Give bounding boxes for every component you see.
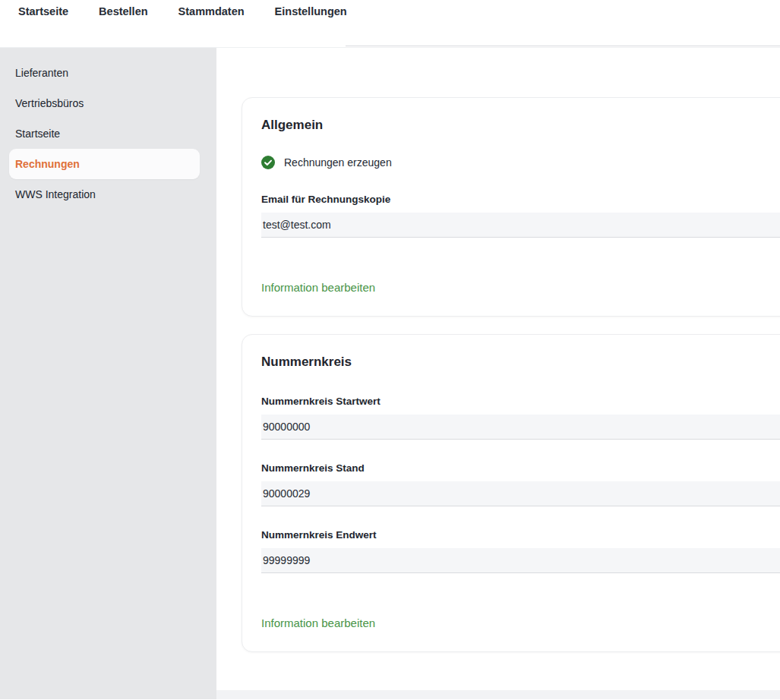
sidebar-item-rechnungen[interactable]: Rechnungen xyxy=(9,149,200,179)
sidebar-item-startseite[interactable]: Startseite xyxy=(9,118,200,149)
nummernkreis-edit-information-link[interactable]: Information bearbeiten xyxy=(261,616,375,629)
nav-item-startseite[interactable]: Startseite xyxy=(18,5,68,18)
allgemein-card-title: Allgemein xyxy=(261,118,780,133)
sidebar-item-vertriebsbueros[interactable]: Vertriebsbüros xyxy=(9,88,200,118)
content-header-divider xyxy=(346,46,780,46)
top-navigation: Startseite Bestellen Stammdaten Einstell… xyxy=(0,0,780,48)
email-field-group: Email für Rechnungskopie xyxy=(261,194,780,238)
settings-sidebar: Lieferanten Vertriebsbüros Startseite Re… xyxy=(0,48,216,699)
nummernkreis-endwert-label: Nummernkreis Endwert xyxy=(261,529,780,541)
email-field-label: Email für Rechnungskopie xyxy=(261,194,780,205)
page-layout: Lieferanten Vertriebsbüros Startseite Re… xyxy=(0,48,780,699)
bottom-status-strip xyxy=(216,690,780,699)
nummernkreis-startwert-field[interactable] xyxy=(261,415,780,440)
nummernkreis-stand-label: Nummernkreis Stand xyxy=(261,462,780,474)
nummernkreis-stand-group: Nummernkreis Stand xyxy=(261,462,780,506)
nummernkreis-card-title: Nummernkreis xyxy=(261,355,780,370)
nummernkreis-startwert-label: Nummernkreis Startwert xyxy=(261,396,780,407)
sidebar-item-lieferanten[interactable]: Lieferanten xyxy=(9,58,200,88)
nummernkreis-card: Nummernkreis Nummernkreis Startwert Numm… xyxy=(242,334,780,652)
nummernkreis-startwert-group: Nummernkreis Startwert xyxy=(261,396,780,440)
rechnungen-erzeugen-label: Rechnungen erzeugen xyxy=(284,156,392,169)
allgemein-edit-information-link[interactable]: Information bearbeiten xyxy=(261,281,375,294)
check-circle-icon xyxy=(261,156,275,169)
main-content: Allgemein Rechnungen erzeugen Email für … xyxy=(216,48,780,699)
nummernkreis-endwert-group: Nummernkreis Endwert xyxy=(261,529,780,573)
rechnungen-erzeugen-check-row[interactable]: Rechnungen erzeugen xyxy=(261,156,780,169)
nav-item-einstellungen[interactable]: Einstellungen xyxy=(275,5,347,18)
nav-item-bestellen[interactable]: Bestellen xyxy=(99,5,147,18)
allgemein-card: Allgemein Rechnungen erzeugen Email für … xyxy=(242,97,780,317)
sidebar-item-wws-integration[interactable]: WWS Integration xyxy=(9,179,200,210)
nummernkreis-endwert-field[interactable] xyxy=(261,548,780,573)
email-field[interactable] xyxy=(261,213,780,238)
nummernkreis-stand-field[interactable] xyxy=(261,481,780,506)
nav-item-stammdaten[interactable]: Stammdaten xyxy=(178,5,245,18)
